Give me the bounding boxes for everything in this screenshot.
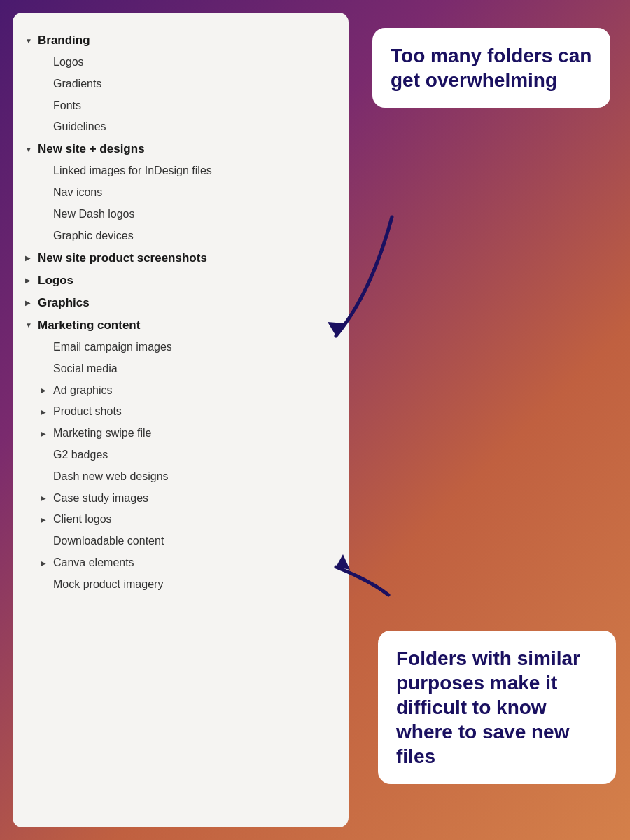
tree-item-branding[interactable]: ▼Branding [25,29,336,52]
arrow-icon-product-shots: ▶ [41,407,53,416]
tree-item-product-shots[interactable]: ▶Product shots [25,401,336,423]
tree-item-graphics[interactable]: ▶Graphics [25,292,336,314]
arrow-icon-marketing-content: ▼ [25,321,38,330]
folder-panel: ▼Branding Logos Gradients Fonts Guidelin… [13,13,349,827]
arrow-icon-ad-graphics: ▶ [41,386,53,395]
arrow-icon-social-media [41,364,53,374]
arrow-icon-logos-top: ▶ [25,276,38,285]
tree-item-new-site-screenshots[interactable]: ▶New site product screenshots [25,247,336,270]
tree-label-linked-images: Linked images for InDesign files [53,164,212,178]
tree-label-email-campaign: Email campaign images [53,340,172,355]
tree-item-gradients[interactable]: Gradients [25,74,336,95]
tree-label-branding: Branding [38,33,90,48]
tree-item-case-study[interactable]: ▶Case study images [25,488,336,510]
tree-label-new-dash-logos: New Dash logos [53,207,135,222]
arrow-icon-new-site: ▼ [25,145,38,154]
tree-label-marketing-swipe: Marketing swipe file [53,426,152,441]
tree-item-g2-badges[interactable]: G2 badges [25,444,336,466]
tree-item-downloadable[interactable]: Downloadable content [25,531,336,552]
tree-item-email-campaign[interactable]: Email campaign images [25,337,336,358]
arrow-icon-email-campaign [41,342,53,352]
tree-item-logos-top[interactable]: ▶Logos [25,270,336,292]
tree-item-new-dash-logos[interactable]: New Dash logos [25,204,336,225]
arrow-icon-gradients [41,79,53,89]
tree-label-marketing-content: Marketing content [38,318,140,333]
tree-item-social-media[interactable]: Social media [25,358,336,380]
tree-label-mock-product: Mock product imagery [53,578,163,592]
tree-label-social-media: Social media [53,362,118,377]
arrow-icon-graphic-devices [41,231,53,241]
tree-item-canva-elements[interactable]: ▶Canva elements [25,552,336,574]
arrow-icon-g2-badges [41,450,53,460]
tree-label-logos: Logos [53,55,84,70]
tree-item-client-logos[interactable]: ▶Client logos [25,509,336,531]
tree-item-logos[interactable]: Logos [25,52,336,74]
arrow-icon-guidelines [41,122,53,132]
tree-label-graphics: Graphics [38,295,90,311]
arrow-icon-dash-web-designs [41,472,53,482]
arrow-icon-client-logos: ▶ [41,515,53,524]
arrow-icon-new-dash-logos [41,209,53,219]
tree-label-new-site-screenshots: New site product screenshots [38,251,207,266]
arrow-icon-case-study: ▶ [41,493,53,503]
tree-item-guidelines[interactable]: Guidelines [25,116,336,138]
tree-label-product-shots: Product shots [53,405,122,419]
tree-item-new-site[interactable]: ▼New site + designs [25,138,336,160]
tree-item-marketing-swipe[interactable]: ▶Marketing swipe file [25,423,336,444]
arrow-icon-graphics: ▶ [25,298,38,307]
tree-item-fonts[interactable]: Fonts [25,95,336,117]
tree-label-graphic-devices: Graphic devices [53,229,134,244]
callout-top-text: Too many folders can get overwhelming [391,43,592,92]
tree-item-dash-web-designs[interactable]: Dash new web designs [25,466,336,488]
tree-label-client-logos: Client logos [53,512,112,527]
tree-item-marketing-content[interactable]: ▼Marketing content [25,314,336,337]
tree-label-canva-elements: Canva elements [53,556,134,570]
tree-label-logos-top: Logos [38,273,74,288]
arrow-icon-linked-images [41,167,53,176]
tree-item-nav-icons[interactable]: Nav icons [25,182,336,204]
tree-item-linked-images[interactable]: Linked images for InDesign files [25,160,336,182]
tree-label-nav-icons: Nav icons [53,186,102,200]
arrow-icon-marketing-swipe: ▶ [41,429,53,438]
tree-label-dash-web-designs: Dash new web designs [53,470,169,484]
tree-item-mock-product[interactable]: Mock product imagery [25,574,336,596]
callout-bottom-text: Folders with similar purposes make it di… [396,646,598,769]
tree-item-ad-graphics[interactable]: ▶Ad graphics [25,380,336,402]
arrow-icon-new-site-screenshots: ▶ [25,253,38,262]
tree-label-gradients: Gradients [53,77,102,92]
arrow-icon-canva-elements: ▶ [41,559,53,568]
arrow-icon-nav-icons [41,188,53,197]
tree-label-g2-badges: G2 badges [53,448,108,463]
tree-label-downloadable: Downloadable content [53,534,164,549]
callout-top: Too many folders can get overwhelming [372,28,610,108]
arrow-icon-branding: ▼ [25,36,38,46]
tree-item-graphic-devices[interactable]: Graphic devices [25,225,336,247]
callout-bottom: Folders with similar purposes make it di… [378,631,616,784]
tree-label-new-site: New site + designs [38,141,145,157]
arrow-icon-mock-product [41,580,53,589]
arrow-icon-fonts [41,101,53,111]
arrow-icon-logos [41,57,53,67]
arrow-icon-downloadable [41,536,53,546]
tree-label-guidelines: Guidelines [53,120,106,134]
tree-label-case-study: Case study images [53,491,148,506]
tree-label-ad-graphics: Ad graphics [53,384,113,398]
tree-label-fonts: Fonts [53,99,81,113]
